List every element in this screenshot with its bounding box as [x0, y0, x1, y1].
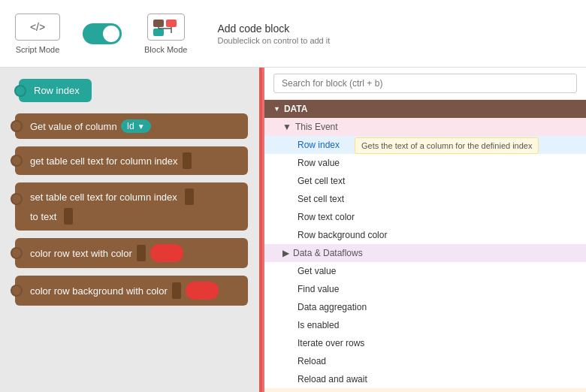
dropdown-panel: ▼ DATA ▼ This Event Row index Gets the t… [262, 68, 586, 392]
data-section-header[interactable]: ▼ DATA [264, 100, 586, 118]
menu-item-row-index[interactable]: Row index [264, 136, 586, 154]
block-connector-img2 [172, 282, 181, 299]
menu-item-row-text-color[interactable]: Row text color [264, 208, 586, 226]
mode-toggle[interactable] [83, 23, 122, 44]
block-column-id-text: Id [127, 121, 134, 131]
svg-rect-0 [153, 20, 164, 27]
data-dataflows-section-header[interactable]: ▶ Data & Dataflows [264, 244, 586, 262]
menu-item-row-index-label: Row index [298, 140, 340, 150]
block-mode-label: Block Mode [144, 45, 187, 54]
variable-lists-section-header[interactable]: ▼ Variable lists [264, 388, 586, 392]
block-mode-icon [147, 14, 185, 41]
block-color-row-text-label: color row text with color [30, 248, 132, 259]
menu-item-reload-await[interactable]: Reload and await [264, 370, 586, 388]
menu-item-row-value[interactable]: Row value [264, 154, 586, 172]
this-event-label: This Event [295, 122, 338, 132]
block-mode-item: Block Mode [144, 14, 187, 54]
search-bar [264, 68, 586, 100]
block-set-cell-row2: to text [30, 208, 237, 225]
menu-item-iterate-over-rows-label: Iterate over rows [298, 338, 364, 348]
menu-item-row-bg-color[interactable]: Row background color [264, 226, 586, 244]
menu-item-row-bg-color-label: Row background color [298, 230, 387, 240]
menu-item-reload-await-label: Reload and await [298, 374, 367, 384]
block-right-connector-2 [64, 208, 73, 225]
block-get-value-label: Get value of column [30, 121, 117, 132]
menu-item-row-value-label: Row value [298, 158, 340, 168]
svg-rect-2 [166, 20, 177, 27]
script-mode-label: Script Mode [16, 45, 60, 54]
block-set-cell-line1: set table cell text for column index [30, 191, 177, 203]
menu-item-find-value-label: Find value [298, 284, 339, 294]
block-red-color-swatch-2[interactable] [186, 282, 219, 300]
menu-item-iterate-over-rows[interactable]: Iterate over rows [264, 334, 586, 352]
main-content: Row index Get value of column Id ▼ get t… [0, 68, 586, 392]
svg-rect-1 [153, 29, 164, 36]
data-dataflows-label: Data & Dataflows [293, 248, 363, 258]
block-right-connector [183, 152, 192, 169]
menu-item-get-value-label: Get value [298, 266, 336, 276]
block-get-cell-text-label: get table cell text for column index [30, 155, 178, 167]
this-event-triangle: ▼ [282, 122, 291, 132]
script-mode-item: </> Script Mode [15, 14, 60, 54]
search-input[interactable] [273, 74, 577, 93]
block-column-id-pill[interactable]: Id ▼ [121, 119, 151, 133]
block-set-cell-row1: set table cell text for column index [30, 188, 237, 205]
block-row-index-label: Row index [34, 85, 80, 96]
block-get-cell-text[interactable]: get table cell text for column index [15, 146, 248, 175]
block-set-cell-text[interactable]: set table cell text for column index to … [15, 182, 248, 231]
blocks-panel: Row index Get value of column Id ▼ get t… [0, 68, 259, 392]
block-color-row-bg[interactable]: color row background with color [15, 276, 248, 306]
block-connector-img1 [137, 245, 146, 261]
menu-item-reload-label: Reload [298, 356, 326, 366]
data-section-label: DATA [284, 104, 308, 114]
this-event-section-header[interactable]: ▼ This Event [264, 118, 586, 136]
menu-item-set-cell-text[interactable]: Set cell text [264, 190, 586, 208]
block-row-index[interactable]: Row index [19, 79, 92, 102]
block-get-value-column[interactable]: Get value of column Id ▼ [15, 113, 248, 139]
add-code-block-title: Add code block [217, 23, 330, 35]
block-red-color-swatch[interactable] [150, 244, 183, 262]
block-set-cell-line2: to text [30, 211, 56, 222]
menu-item-data-aggregation[interactable]: Data aggregation [264, 298, 586, 316]
dropdown-list: ▼ DATA ▼ This Event Row index Gets the t… [264, 100, 586, 392]
menu-item-row-text-color-label: Row text color [298, 212, 355, 222]
data-dataflows-triangle: ▶ [282, 248, 289, 258]
add-code-block-info: Add code block Doubleclick on control to… [217, 23, 330, 45]
menu-item-reload[interactable]: Reload [264, 352, 586, 370]
block-right-connector-1 [185, 188, 194, 205]
menu-item-data-aggregation-label: Data aggregation [298, 302, 367, 312]
block-color-row-bg-label: color row background with color [30, 285, 168, 297]
menu-item-find-value[interactable]: Find value [264, 280, 586, 298]
menu-item-get-cell-text[interactable]: Get cell text [264, 172, 586, 190]
menu-item-is-enabled-label: Is enabled [298, 320, 339, 330]
dropdown-arrow-icon: ▼ [137, 122, 145, 131]
data-section-triangle: ▼ [273, 105, 280, 113]
block-color-row-text[interactable]: color row text with color [15, 238, 248, 268]
add-code-block-subtitle: Doubleclick on control to add it [217, 36, 330, 45]
menu-item-get-cell-text-label: Get cell text [298, 176, 345, 186]
menu-item-is-enabled[interactable]: Is enabled [264, 316, 586, 334]
row-index-menu-row: Row index Gets the text of a column for … [264, 136, 586, 154]
toolbar: </> Script Mode Block Mode Add code bloc… [0, 0, 586, 68]
menu-item-set-cell-text-label: Set cell text [298, 194, 344, 204]
script-mode-icon: </> [15, 14, 60, 41]
menu-item-get-value[interactable]: Get value [264, 262, 586, 280]
